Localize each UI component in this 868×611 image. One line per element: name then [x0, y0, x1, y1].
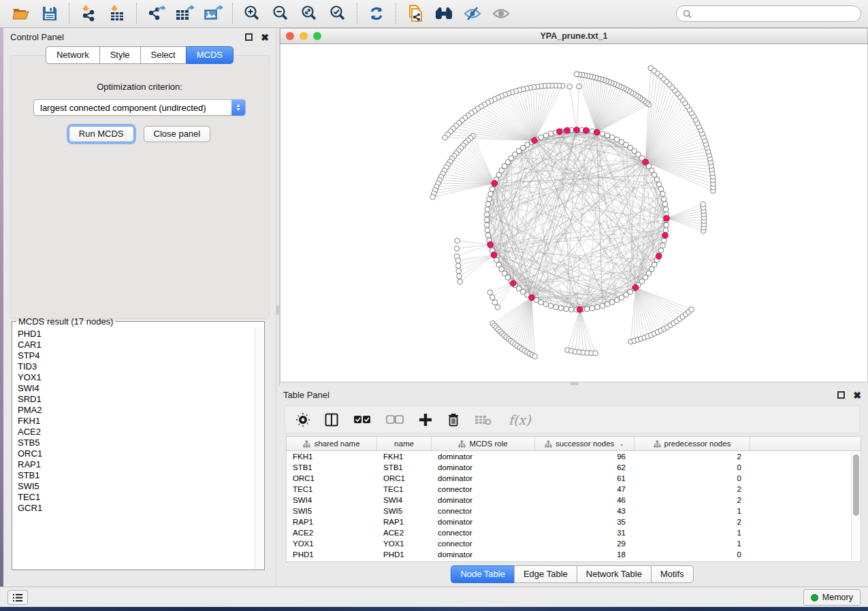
graph-node[interactable]	[600, 131, 605, 137]
graph-node[interactable]	[658, 248, 664, 253]
mcds-result-item[interactable]: ACE2	[18, 427, 255, 437]
column-header-shared-name[interactable]: shared name	[287, 437, 377, 450]
graph-node[interactable]	[539, 299, 544, 305]
table-settings-button[interactable]	[296, 413, 310, 427]
mcds-result-item[interactable]: SRD1	[18, 394, 255, 405]
graph-hub-node[interactable]	[491, 252, 497, 258]
scrollbar-thumb[interactable]	[853, 455, 859, 516]
graph-hub-node[interactable]	[594, 129, 600, 135]
tab-network[interactable]: Network	[46, 46, 99, 64]
mcds-result-item[interactable]: TEC1	[18, 492, 255, 503]
graph-node[interactable]	[564, 306, 569, 312]
open-file-button[interactable]	[7, 2, 35, 25]
search-input[interactable]	[695, 8, 854, 19]
graph-node[interactable]	[660, 191, 666, 197]
graph-node[interactable]	[488, 191, 494, 197]
close-panel-button[interactable]: Close panel	[144, 126, 211, 142]
mcds-result-item[interactable]: FKH1	[18, 416, 255, 427]
graph-node[interactable]	[495, 305, 500, 310]
column-header-successor-nodes[interactable]: successor nodes⌄	[535, 437, 634, 450]
graph-hub-node[interactable]	[557, 129, 563, 135]
task-history-button[interactable]	[7, 590, 28, 605]
export-network-button[interactable]	[142, 2, 170, 25]
graph-node[interactable]	[558, 306, 564, 311]
mcds-result-item[interactable]: ORC1	[18, 448, 255, 459]
tab-motifs[interactable]: Motifs	[651, 565, 694, 583]
zoom-in-button[interactable]	[238, 2, 266, 25]
graph-node[interactable]	[456, 269, 462, 274]
graph-node[interactable]	[484, 222, 489, 228]
mcds-list-scrollbar[interactable]	[255, 328, 263, 569]
apply-function-button[interactable]: f(x)	[509, 412, 531, 427]
network-graph[interactable]	[280, 44, 867, 381]
float-panel-icon[interactable]	[837, 391, 845, 399]
graph-node[interactable]	[485, 233, 491, 238]
mcds-result-item[interactable]: RAP1	[18, 459, 255, 470]
import-table-button[interactable]	[103, 2, 131, 25]
show-details-button[interactable]	[487, 2, 515, 25]
network-canvas[interactable]	[280, 44, 868, 382]
graph-node[interactable]	[662, 201, 668, 207]
add-column-button[interactable]	[419, 413, 432, 427]
table-scrollbar[interactable]	[851, 452, 860, 561]
graph-node[interactable]	[600, 303, 605, 309]
close-panel-icon[interactable]: ✖	[261, 33, 269, 42]
graph-node[interactable]	[485, 207, 490, 212]
mcds-result-item[interactable]: PMA2	[18, 405, 255, 416]
graph-node[interactable]	[457, 279, 463, 284]
graph-node[interactable]	[532, 354, 538, 359]
tab-mcds[interactable]: MCDS	[186, 46, 234, 64]
mcds-result-item[interactable]: CAR1	[18, 340, 255, 350]
graph-node[interactable]	[701, 201, 706, 207]
save-session-button[interactable]	[35, 2, 64, 25]
mcds-result-item[interactable]: TID3	[18, 361, 255, 372]
graph-node[interactable]	[662, 238, 667, 244]
column-header-predecessor-nodes[interactable]: predecessor nodes	[634, 437, 750, 450]
graph-node[interactable]	[548, 303, 553, 309]
memory-button[interactable]: Memory	[803, 589, 861, 606]
hide-details-button[interactable]	[458, 2, 487, 25]
graph-node[interactable]	[487, 197, 492, 202]
mcds-result-item[interactable]: STP4	[18, 350, 255, 361]
graph-node[interactable]	[569, 307, 575, 312]
mcds-result-item[interactable]: STB5	[18, 437, 255, 448]
graph-node[interactable]	[489, 295, 495, 300]
column-header-name[interactable]: name	[377, 437, 432, 450]
close-panel-icon[interactable]: ✖	[853, 391, 861, 400]
graph-node[interactable]	[660, 243, 666, 248]
float-panel-icon[interactable]	[245, 33, 253, 41]
graph-node[interactable]	[487, 290, 493, 295]
mcds-result-item[interactable]: PHD1	[18, 329, 255, 340]
table-row[interactable]: ACE2ACE2connector311	[287, 527, 861, 538]
mcds-result-item[interactable]: YOX1	[18, 372, 255, 383]
delete-column-button[interactable]	[447, 413, 460, 427]
graph-node[interactable]	[595, 305, 600, 310]
graph-node[interactable]	[662, 197, 667, 202]
splitter-handle[interactable]	[570, 382, 579, 385]
graph-hub-node[interactable]	[487, 242, 494, 248]
graph-node[interactable]	[663, 228, 669, 233]
mcds-result-item[interactable]: SWI5	[18, 481, 255, 492]
graph-hub-node[interactable]	[529, 295, 535, 301]
graph-node[interactable]	[454, 246, 460, 252]
table-row[interactable]: FKH1FKH1dominator962	[287, 451, 861, 462]
graph-node[interactable]	[605, 301, 610, 307]
show-column-panel-button[interactable]	[325, 413, 338, 427]
export-table-button[interactable]	[170, 2, 199, 25]
table-row[interactable]: SWI5SWI5connector431	[287, 506, 861, 516]
graph-node[interactable]	[543, 133, 549, 138]
graph-node[interactable]	[658, 186, 664, 192]
mcds-result-item[interactable]: SWI4	[18, 383, 255, 394]
tab-network-table[interactable]: Network Table	[577, 565, 651, 583]
graph-node[interactable]	[574, 71, 579, 77]
graph-hub-node[interactable]	[564, 127, 570, 133]
table-row[interactable]: ORC1ORC1dominator610	[287, 473, 861, 484]
graph-hub-node[interactable]	[492, 180, 498, 186]
graph-node[interactable]	[648, 65, 654, 71]
graph-node[interactable]	[485, 201, 491, 207]
criterion-select[interactable]: largest connected component (undirected)…	[33, 99, 246, 116]
graph-node[interactable]	[455, 263, 461, 269]
graph-node[interactable]	[548, 131, 553, 137]
graph-hub-node[interactable]	[656, 253, 662, 259]
graph-hub-node[interactable]	[577, 307, 583, 313]
